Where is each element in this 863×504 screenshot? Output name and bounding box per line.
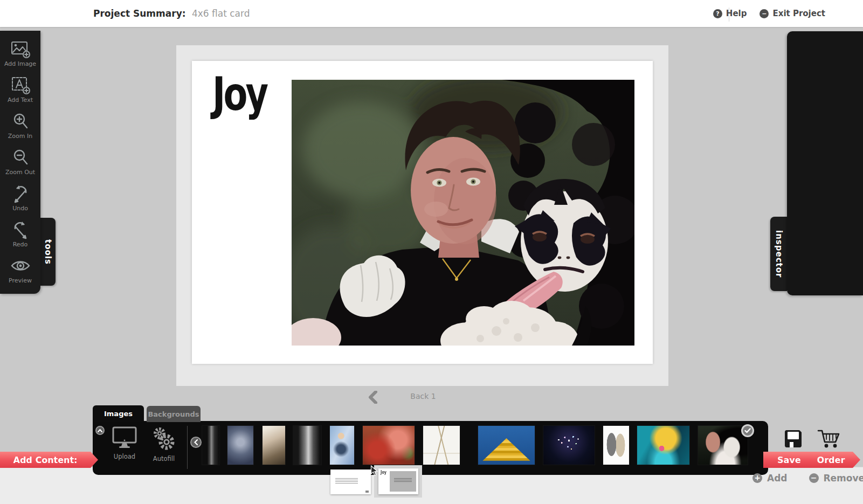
exit-icon: − xyxy=(760,9,769,18)
content-panel: Upload Autofill xyxy=(93,421,768,475)
add-content-ribbon: Add Content: xyxy=(0,452,98,468)
redo-label: Redo xyxy=(13,241,28,248)
card-canvas[interactable]: Joy xyxy=(192,61,653,364)
redo-button[interactable]: Redo xyxy=(0,216,40,252)
upload-label: Upload xyxy=(107,453,142,460)
redo-icon xyxy=(10,219,31,240)
upload-button[interactable]: Upload xyxy=(107,426,142,460)
thumbnail-kiss-card-photo[interactable] xyxy=(698,426,748,465)
tab-backgrounds-label: Backgrounds xyxy=(148,410,199,418)
help-label: Help xyxy=(726,9,747,18)
prev-page-chevron[interactable] xyxy=(368,391,377,406)
tools-tab-label: tools xyxy=(43,239,53,265)
tools-panel: Add Image Add Text Zoom In xyxy=(0,31,40,294)
tab-backgrounds[interactable]: Backgrounds xyxy=(147,406,201,422)
thumbnail-meat-platter[interactable] xyxy=(363,426,415,465)
scroll-left-button[interactable] xyxy=(190,437,202,448)
page-nav-label: Back 1 xyxy=(393,392,453,401)
project-summary: Project Summary: 4x6 flat card xyxy=(93,0,250,27)
zoom-out-label: Zoom Out xyxy=(5,169,35,176)
undo-button[interactable]: Undo xyxy=(0,179,40,216)
page-thumbnail-front[interactable] xyxy=(330,470,371,494)
preview-label: Preview xyxy=(9,277,32,284)
add-text-label: Add Text xyxy=(8,96,33,103)
exit-project-label: Exit Project xyxy=(772,9,825,18)
add-image-label: Add Image xyxy=(4,60,36,67)
add-page-label: Add xyxy=(767,473,788,484)
page-front-text-lines xyxy=(335,478,358,484)
add-text-button[interactable]: Add Text xyxy=(0,71,40,107)
undo-label: Undo xyxy=(12,205,28,212)
page-back-image-block xyxy=(390,471,416,492)
thumbnail-blue-tinted-portrait[interactable] xyxy=(227,426,253,465)
top-bar: Project Summary: 4x6 flat card ? Help − … xyxy=(0,0,863,27)
add-content-label: Add Content: xyxy=(13,455,78,465)
preview-button[interactable]: Preview xyxy=(0,252,40,288)
thumbnail-water-cooler-couple[interactable] xyxy=(603,426,629,465)
page-front-corner-mark xyxy=(365,491,369,493)
exit-project-button[interactable]: − Exit Project xyxy=(760,9,825,18)
card-title-text[interactable]: Joy xyxy=(212,71,266,117)
inspector-tab-label: inspector xyxy=(774,230,784,278)
save-order-ribbon: Save Order xyxy=(763,452,860,468)
autofill-gears-icon xyxy=(150,426,177,451)
save-button[interactable]: Save xyxy=(777,455,801,465)
add-image-icon xyxy=(10,39,31,59)
zoom-in-label: Zoom In xyxy=(8,133,32,140)
scroll-up-button[interactable] xyxy=(95,426,105,435)
autofill-label: Autofill xyxy=(147,455,181,462)
selected-check-icon xyxy=(741,424,754,437)
thumbnail-bw-man-back[interactable] xyxy=(293,426,321,465)
help-icon: ? xyxy=(713,9,722,18)
upload-monitor-icon xyxy=(112,426,137,449)
zoom-out-button[interactable]: Zoom Out xyxy=(0,143,40,179)
undo-icon xyxy=(10,183,31,204)
tab-images-label: Images xyxy=(104,410,133,418)
thumbnail-gold-bars[interactable] xyxy=(478,426,535,465)
help-button[interactable]: ? Help xyxy=(713,9,747,18)
project-summary-label: Project Summary: xyxy=(93,8,186,19)
thumbnail-pop-art-blonde[interactable] xyxy=(637,426,689,465)
mouse-cursor xyxy=(370,465,378,479)
inspector-tab[interactable]: inspector xyxy=(770,217,787,291)
thumbnail-bw-figure-sliver[interactable] xyxy=(202,426,219,465)
remove-page-label: Remove xyxy=(824,473,863,484)
add-page-icon: + xyxy=(752,473,762,483)
add-page-button[interactable]: + Add xyxy=(752,473,788,484)
add-image-button[interactable]: Add Image xyxy=(0,35,40,71)
pages-actions: + Add − Remove xyxy=(752,473,863,484)
thumbnail-step-ladder[interactable] xyxy=(423,426,460,465)
autofill-button[interactable]: Autofill xyxy=(147,426,181,462)
panel-divider xyxy=(187,426,188,469)
page-back-image-lines xyxy=(394,478,412,483)
zoom-in-icon xyxy=(11,111,30,132)
card-photo[interactable] xyxy=(292,80,634,346)
thumbnail-fireworks[interactable] xyxy=(543,426,595,465)
page-thumbnail-back-1[interactable]: Joy xyxy=(378,468,418,494)
preview-eye-icon xyxy=(10,256,31,276)
thumbnail-sepia-photo[interactable] xyxy=(263,426,285,465)
page-back-title-mini: Joy xyxy=(381,470,386,475)
order-cart-icon[interactable] xyxy=(817,428,841,452)
tools-tab[interactable]: tools xyxy=(40,218,56,286)
thumbnail-boy-waving[interactable] xyxy=(330,426,354,465)
inspector-panel xyxy=(787,31,863,295)
zoom-out-icon xyxy=(11,147,30,168)
tab-images[interactable]: Images xyxy=(93,405,144,422)
remove-page-icon: − xyxy=(809,473,819,483)
add-text-icon xyxy=(10,75,31,95)
card-editor-app: Project Summary: 4x6 flat card ? Help − … xyxy=(0,0,863,504)
zoom-in-button[interactable]: Zoom In xyxy=(0,107,40,143)
order-button[interactable]: Order xyxy=(817,455,845,465)
remove-page-button[interactable]: − Remove xyxy=(809,473,863,484)
save-floppy-icon[interactable] xyxy=(783,429,803,451)
project-summary-value: 4x6 flat card xyxy=(192,8,250,19)
